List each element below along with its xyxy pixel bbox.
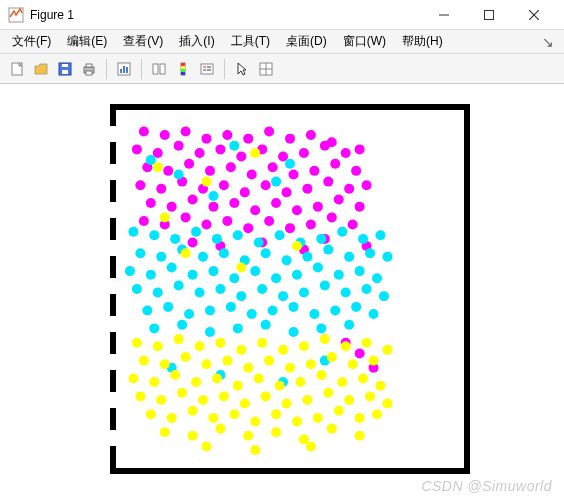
titlebar: Figure 1 — [0, 0, 564, 30]
svg-point-181 — [316, 323, 326, 333]
menubar: 文件(F) 编辑(E) 查看(V) 插入(I) 工具(T) 桌面(D) 窗口(W… — [0, 30, 564, 54]
pointer-button[interactable] — [231, 58, 253, 80]
menu-help[interactable]: 帮助(H) — [394, 31, 451, 52]
svg-point-74 — [261, 180, 271, 190]
svg-rect-23 — [201, 64, 213, 74]
insert-colorbar-button[interactable] — [172, 58, 194, 80]
svg-point-97 — [264, 216, 274, 226]
svg-point-65 — [309, 166, 319, 176]
svg-point-153 — [195, 288, 205, 298]
svg-point-202 — [320, 334, 330, 344]
svg-point-140 — [188, 270, 198, 280]
svg-point-200 — [278, 345, 288, 355]
menu-file[interactable]: 文件(F) — [4, 31, 59, 52]
svg-point-187 — [208, 191, 218, 201]
insert-legend-button[interactable] — [196, 58, 218, 80]
toolbar-separator — [224, 59, 225, 79]
svg-point-43 — [306, 130, 316, 140]
svg-point-88 — [313, 202, 323, 212]
svg-point-154 — [215, 284, 225, 294]
svg-point-91 — [139, 216, 149, 226]
svg-point-108 — [355, 348, 365, 358]
svg-point-197 — [215, 338, 225, 348]
svg-point-273 — [160, 212, 170, 222]
svg-point-164 — [163, 302, 173, 312]
svg-point-35 — [139, 126, 149, 136]
svg-point-268 — [201, 177, 211, 187]
svg-point-186 — [285, 159, 295, 169]
maximize-button[interactable] — [466, 0, 511, 30]
link-axes-button[interactable] — [148, 58, 170, 80]
svg-rect-21 — [181, 69, 185, 72]
new-figure-button[interactable] — [6, 58, 28, 80]
svg-rect-22 — [181, 72, 185, 75]
svg-point-102 — [188, 237, 198, 247]
menu-desktop[interactable]: 桌面(D) — [278, 31, 335, 52]
svg-point-232 — [156, 395, 166, 405]
svg-point-46 — [153, 148, 163, 158]
svg-point-231 — [135, 391, 145, 401]
figure-canvas[interactable]: CSDN @Simuworld — [0, 84, 564, 500]
svg-point-99 — [306, 220, 316, 230]
close-button[interactable] — [511, 0, 556, 30]
minimize-button[interactable] — [421, 0, 466, 30]
svg-point-123 — [375, 230, 385, 240]
svg-point-37 — [181, 126, 191, 136]
svg-point-254 — [355, 413, 365, 423]
menu-view[interactable]: 查看(V) — [115, 31, 171, 52]
svg-rect-13 — [120, 69, 122, 73]
svg-point-243 — [382, 399, 392, 409]
menu-window[interactable]: 窗口(W) — [335, 31, 394, 52]
svg-point-53 — [299, 148, 309, 158]
svg-point-50 — [236, 152, 246, 162]
data-cursor-button[interactable] — [255, 58, 277, 80]
svg-point-263 — [355, 431, 365, 441]
svg-point-158 — [299, 288, 309, 298]
svg-point-75 — [282, 187, 292, 197]
svg-point-172 — [330, 305, 340, 315]
svg-point-266 — [306, 442, 316, 452]
svg-point-201 — [299, 341, 309, 351]
svg-point-161 — [362, 284, 372, 294]
svg-point-224 — [254, 374, 264, 384]
save-button[interactable] — [54, 58, 76, 80]
svg-point-249 — [250, 416, 260, 426]
svg-point-115 — [212, 234, 222, 244]
menu-insert[interactable]: 插入(I) — [171, 31, 222, 52]
svg-point-130 — [261, 248, 271, 258]
svg-rect-8 — [62, 64, 68, 67]
svg-point-213 — [285, 363, 295, 373]
svg-point-225 — [275, 381, 285, 391]
svg-point-226 — [295, 377, 305, 387]
svg-point-127 — [198, 252, 208, 262]
svg-point-166 — [205, 305, 215, 315]
svg-point-168 — [247, 309, 257, 319]
svg-point-156 — [257, 284, 267, 294]
svg-point-195 — [174, 334, 184, 344]
menubar-overflow-icon[interactable]: ↘ — [542, 34, 560, 50]
open-button[interactable] — [30, 58, 52, 80]
svg-point-203 — [341, 341, 351, 351]
svg-rect-10 — [86, 64, 92, 67]
svg-point-260 — [271, 427, 281, 437]
svg-point-52 — [278, 152, 288, 162]
svg-point-199 — [257, 338, 267, 348]
svg-point-83 — [208, 202, 218, 212]
svg-point-152 — [174, 280, 184, 290]
menu-edit[interactable]: 编辑(E) — [59, 31, 115, 52]
svg-point-180 — [288, 327, 298, 337]
svg-point-136 — [382, 252, 392, 262]
svg-point-100 — [327, 212, 337, 222]
svg-point-167 — [226, 302, 236, 312]
print-button[interactable] — [78, 58, 100, 80]
svg-point-55 — [341, 148, 351, 158]
svg-point-251 — [292, 416, 302, 426]
svg-point-241 — [344, 395, 354, 405]
svg-point-77 — [323, 177, 333, 187]
svg-point-139 — [167, 263, 177, 273]
svg-point-160 — [341, 288, 351, 298]
menu-tools[interactable]: 工具(T) — [223, 31, 278, 52]
edit-plot-button[interactable] — [113, 58, 135, 80]
svg-point-117 — [254, 237, 264, 247]
svg-point-177 — [205, 327, 215, 337]
